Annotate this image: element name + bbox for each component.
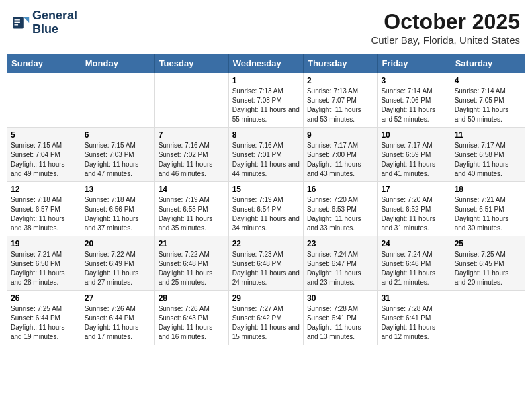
logo-line2: Blue (32, 23, 77, 36)
day-info: Sunrise: 7:20 AM Sunset: 6:53 PM Dayligh… (307, 195, 373, 233)
day-info: Sunrise: 7:19 AM Sunset: 6:55 PM Dayligh… (159, 195, 225, 233)
calendar-week-row: 1Sunrise: 7:13 AM Sunset: 7:08 PM Daylig… (7, 73, 525, 128)
svg-rect-4 (15, 24, 19, 25)
day-info: Sunrise: 7:28 AM Sunset: 6:41 PM Dayligh… (307, 304, 373, 342)
day-info: Sunrise: 7:26 AM Sunset: 6:43 PM Dayligh… (159, 304, 225, 342)
day-number: 12 (11, 185, 77, 194)
calendar-cell: 22Sunrise: 7:23 AM Sunset: 6:48 PM Dayli… (228, 236, 303, 291)
day-info: Sunrise: 7:18 AM Sunset: 6:57 PM Dayligh… (11, 195, 77, 233)
calendar-cell: 6Sunrise: 7:15 AM Sunset: 7:03 PM Daylig… (81, 128, 154, 182)
day-number: 19 (11, 239, 77, 248)
calendar-cell: 12Sunrise: 7:18 AM Sunset: 6:57 PM Dayli… (7, 182, 81, 236)
calendar-cell: 28Sunrise: 7:26 AM Sunset: 6:43 PM Dayli… (154, 291, 228, 345)
calendar-cell: 15Sunrise: 7:19 AM Sunset: 6:54 PM Dayli… (228, 182, 303, 236)
weekday-header-tuesday: Tuesday (154, 54, 228, 73)
day-number: 22 (232, 239, 300, 248)
day-info: Sunrise: 7:14 AM Sunset: 7:06 PM Dayligh… (381, 87, 447, 124)
calendar-cell: 18Sunrise: 7:21 AM Sunset: 6:51 PM Dayli… (451, 182, 525, 236)
calendar-cell: 7Sunrise: 7:16 AM Sunset: 7:02 PM Daylig… (154, 128, 228, 182)
day-info: Sunrise: 7:16 AM Sunset: 7:01 PM Dayligh… (232, 141, 300, 179)
weekday-header-friday: Friday (378, 54, 451, 73)
day-info: Sunrise: 7:19 AM Sunset: 6:54 PM Dayligh… (232, 195, 300, 233)
day-info: Sunrise: 7:13 AM Sunset: 7:07 PM Dayligh… (307, 87, 373, 124)
calendar-cell: 1Sunrise: 7:13 AM Sunset: 7:08 PM Daylig… (228, 73, 303, 128)
calendar-cell: 19Sunrise: 7:21 AM Sunset: 6:50 PM Dayli… (7, 236, 81, 291)
calendar-week-row: 19Sunrise: 7:21 AM Sunset: 6:50 PM Dayli… (7, 236, 525, 291)
day-info: Sunrise: 7:13 AM Sunset: 7:08 PM Dayligh… (232, 87, 300, 124)
day-info: Sunrise: 7:17 AM Sunset: 6:58 PM Dayligh… (455, 141, 521, 179)
calendar-cell: 14Sunrise: 7:19 AM Sunset: 6:55 PM Dayli… (154, 182, 228, 236)
day-number: 29 (232, 293, 300, 303)
calendar-cell: 10Sunrise: 7:17 AM Sunset: 6:59 PM Dayli… (378, 128, 451, 182)
day-number: 26 (11, 293, 77, 303)
day-info: Sunrise: 7:20 AM Sunset: 6:52 PM Dayligh… (381, 195, 447, 233)
page-header: General Blue October 2025 Cutler Bay, Fl… (7, 7, 525, 48)
day-number: 9 (307, 130, 373, 140)
day-info: Sunrise: 7:21 AM Sunset: 6:51 PM Dayligh… (455, 195, 521, 233)
calendar-cell: 16Sunrise: 7:20 AM Sunset: 6:53 PM Dayli… (303, 182, 377, 236)
location: Cutler Bay, Florida, United States (371, 34, 520, 46)
day-info: Sunrise: 7:25 AM Sunset: 6:45 PM Dayligh… (455, 250, 521, 287)
calendar-cell: 4Sunrise: 7:14 AM Sunset: 7:05 PM Daylig… (451, 73, 525, 128)
weekday-header-wednesday: Wednesday (228, 54, 303, 73)
calendar-cell: 9Sunrise: 7:17 AM Sunset: 7:00 PM Daylig… (303, 128, 377, 182)
day-number: 7 (159, 130, 225, 140)
day-number: 28 (159, 293, 225, 303)
calendar-cell (7, 73, 81, 128)
day-info: Sunrise: 7:18 AM Sunset: 6:56 PM Dayligh… (85, 195, 151, 233)
day-info: Sunrise: 7:27 AM Sunset: 6:42 PM Dayligh… (232, 304, 300, 342)
day-number: 31 (381, 293, 447, 303)
day-number: 25 (455, 239, 521, 248)
day-number: 15 (232, 185, 300, 194)
day-number: 17 (381, 185, 447, 194)
calendar-cell (81, 73, 154, 128)
weekday-header-saturday: Saturday (451, 54, 525, 73)
calendar-cell: 3Sunrise: 7:14 AM Sunset: 7:06 PM Daylig… (378, 73, 451, 128)
day-info: Sunrise: 7:25 AM Sunset: 6:44 PM Dayligh… (11, 304, 77, 342)
weekday-header-monday: Monday (81, 54, 154, 73)
day-info: Sunrise: 7:14 AM Sunset: 7:05 PM Dayligh… (455, 87, 521, 124)
day-number: 4 (455, 76, 521, 85)
calendar-cell: 11Sunrise: 7:17 AM Sunset: 6:58 PM Dayli… (451, 128, 525, 182)
day-info: Sunrise: 7:22 AM Sunset: 6:49 PM Dayligh… (85, 250, 151, 287)
calendar-table: SundayMondayTuesdayWednesdayThursdayFrid… (7, 54, 525, 345)
calendar-cell: 13Sunrise: 7:18 AM Sunset: 6:56 PM Dayli… (81, 182, 154, 236)
logo-icon (12, 13, 31, 32)
day-info: Sunrise: 7:28 AM Sunset: 6:41 PM Dayligh… (381, 304, 447, 342)
calendar-cell: 5Sunrise: 7:15 AM Sunset: 7:04 PM Daylig… (7, 128, 81, 182)
title-block: October 2025 Cutler Bay, Florida, United… (371, 9, 520, 46)
day-number: 23 (307, 239, 373, 248)
calendar-cell (154, 73, 228, 128)
day-number: 8 (232, 130, 300, 140)
calendar-cell: 29Sunrise: 7:27 AM Sunset: 6:42 PM Dayli… (228, 291, 303, 345)
calendar-cell: 23Sunrise: 7:24 AM Sunset: 6:47 PM Dayli… (303, 236, 377, 291)
day-info: Sunrise: 7:21 AM Sunset: 6:50 PM Dayligh… (11, 250, 77, 287)
month-title: October 2025 (371, 9, 520, 34)
day-number: 5 (11, 130, 77, 140)
weekday-header-sunday: Sunday (7, 54, 81, 73)
day-info: Sunrise: 7:16 AM Sunset: 7:02 PM Dayligh… (159, 141, 225, 179)
day-number: 18 (455, 185, 521, 194)
day-number: 2 (307, 76, 373, 85)
calendar-cell: 24Sunrise: 7:24 AM Sunset: 6:46 PM Dayli… (378, 236, 451, 291)
day-number: 30 (307, 293, 373, 303)
calendar-cell: 17Sunrise: 7:20 AM Sunset: 6:52 PM Dayli… (378, 182, 451, 236)
day-info: Sunrise: 7:24 AM Sunset: 6:46 PM Dayligh… (381, 250, 447, 287)
day-number: 11 (455, 130, 521, 140)
day-number: 13 (85, 185, 151, 194)
day-number: 16 (307, 185, 373, 194)
day-info: Sunrise: 7:17 AM Sunset: 6:59 PM Dayligh… (381, 141, 447, 179)
day-info: Sunrise: 7:15 AM Sunset: 7:03 PM Dayligh… (85, 141, 151, 179)
day-number: 1 (232, 76, 300, 85)
day-info: Sunrise: 7:22 AM Sunset: 6:48 PM Dayligh… (159, 250, 225, 287)
calendar-cell: 27Sunrise: 7:26 AM Sunset: 6:44 PM Dayli… (81, 291, 154, 345)
day-number: 21 (159, 239, 225, 248)
day-number: 27 (85, 293, 151, 303)
day-number: 14 (159, 185, 225, 194)
day-info: Sunrise: 7:15 AM Sunset: 7:04 PM Dayligh… (11, 141, 77, 179)
weekday-header-row: SundayMondayTuesdayWednesdayThursdayFrid… (7, 54, 525, 73)
day-info: Sunrise: 7:17 AM Sunset: 7:00 PM Dayligh… (307, 141, 373, 179)
calendar-week-row: 5Sunrise: 7:15 AM Sunset: 7:04 PM Daylig… (7, 128, 525, 182)
calendar-cell (451, 291, 525, 345)
calendar-cell: 2Sunrise: 7:13 AM Sunset: 7:07 PM Daylig… (303, 73, 377, 128)
